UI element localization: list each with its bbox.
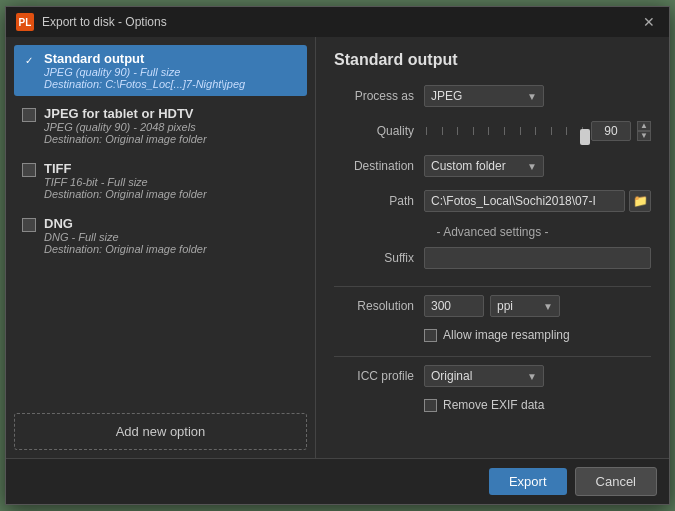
content-area: Standard output JPEG (quality 90) - Full…	[6, 37, 669, 458]
right-panel-title: Standard output	[334, 51, 651, 69]
left-panel: Standard output JPEG (quality 90) - Full…	[6, 37, 316, 458]
resolution-label: Resolution	[334, 299, 424, 313]
app-icon: PL	[16, 13, 34, 31]
option-detail2-standard-output: Destination: C:\Fotos_Loc[...]7-Night\jp…	[44, 78, 245, 90]
option-name-tiff: TIFF	[44, 161, 207, 176]
option-item-standard-output[interactable]: Standard output JPEG (quality 90) - Full…	[14, 45, 307, 96]
quality-decrement-button[interactable]: ▼	[637, 131, 651, 141]
icc-profile-select[interactable]: Original ▼	[424, 365, 544, 387]
quality-slider-thumb[interactable]	[580, 129, 590, 145]
suffix-label: Suffix	[334, 251, 424, 265]
divider-2	[334, 356, 651, 357]
suffix-input[interactable]	[424, 247, 651, 269]
checkbox-dng[interactable]	[22, 218, 36, 232]
option-detail1-dng: DNG - Full size	[44, 231, 207, 243]
quality-label: Quality	[334, 124, 424, 138]
right-panel: Standard output Process as JPEG ▼ Qualit…	[316, 37, 669, 458]
checkbox-jpeg-tablet[interactable]	[22, 108, 36, 122]
resolution-row: Resolution ppi ▼	[334, 293, 651, 319]
path-label: Path	[334, 194, 424, 208]
suffix-row: Suffix	[334, 245, 651, 271]
destination-row: Destination Custom folder ▼	[334, 153, 651, 179]
footer: Export Cancel	[6, 458, 669, 504]
titlebar-left: PL Export to disk - Options	[16, 13, 167, 31]
dialog: PL Export to disk - Options ✕ Standard o…	[5, 6, 670, 505]
close-button[interactable]: ✕	[639, 12, 659, 32]
option-item-jpeg-tablet[interactable]: JPEG for tablet or HDTV JPEG (quality 90…	[14, 100, 307, 151]
divider-1	[334, 286, 651, 287]
option-detail1-standard-output: JPEG (quality 90) - Full size	[44, 66, 245, 78]
destination-label: Destination	[334, 159, 424, 173]
browse-folder-button[interactable]: 📁	[629, 190, 651, 212]
option-detail1-jpeg-tablet: JPEG (quality 90) - 2048 pixels	[44, 121, 207, 133]
remove-exif-label: Remove EXIF data	[443, 398, 544, 412]
quality-increment-button[interactable]: ▲	[637, 121, 651, 131]
process-as-label: Process as	[334, 89, 424, 103]
export-button[interactable]: Export	[489, 468, 567, 495]
icc-profile-row: ICC profile Original ▼	[334, 363, 651, 389]
add-option-button[interactable]: Add new option	[14, 413, 307, 450]
process-as-select[interactable]: JPEG ▼	[424, 85, 544, 107]
icc-profile-label: ICC profile	[334, 369, 424, 383]
titlebar: PL Export to disk - Options ✕	[6, 7, 669, 37]
quality-row: Quality	[334, 118, 651, 144]
checkbox-tiff[interactable]	[22, 163, 36, 177]
destination-arrow-icon: ▼	[527, 161, 537, 172]
quality-slider[interactable]	[424, 127, 585, 135]
option-detail1-tiff: TIFF 16-bit - Full size	[44, 176, 207, 188]
process-as-row: Process as JPEG ▼	[334, 83, 651, 109]
allow-resampling-label: Allow image resampling	[443, 328, 570, 342]
allow-resampling-row[interactable]: Allow image resampling	[424, 328, 651, 342]
advanced-settings-link[interactable]: - Advanced settings -	[334, 225, 651, 239]
quality-input[interactable]	[591, 121, 631, 141]
path-row: Path C:\Fotos_Local\Sochi2018\07-I 📁	[334, 188, 651, 214]
destination-select[interactable]: Custom folder ▼	[424, 155, 544, 177]
option-detail2-dng: Destination: Original image folder	[44, 243, 207, 255]
icc-profile-arrow-icon: ▼	[527, 371, 537, 382]
option-detail2-tiff: Destination: Original image folder	[44, 188, 207, 200]
cancel-button[interactable]: Cancel	[575, 467, 657, 496]
resolution-unit-select[interactable]: ppi ▼	[490, 295, 560, 317]
path-display: C:\Fotos_Local\Sochi2018\07-I	[424, 190, 625, 212]
process-as-arrow-icon: ▼	[527, 91, 537, 102]
resolution-input[interactable]	[424, 295, 484, 317]
remove-exif-row[interactable]: Remove EXIF data	[424, 398, 651, 412]
option-item-tiff[interactable]: TIFF TIFF 16-bit - Full size Destination…	[14, 155, 307, 206]
option-name-standard-output: Standard output	[44, 51, 245, 66]
option-detail2-jpeg-tablet: Destination: Original image folder	[44, 133, 207, 145]
option-item-dng[interactable]: DNG DNG - Full size Destination: Origina…	[14, 210, 307, 261]
dialog-title: Export to disk - Options	[42, 15, 167, 29]
checkbox-standard-output[interactable]	[22, 53, 36, 67]
resolution-unit-arrow-icon: ▼	[543, 301, 553, 312]
remove-exif-checkbox[interactable]	[424, 399, 437, 412]
allow-resampling-checkbox[interactable]	[424, 329, 437, 342]
option-name-dng: DNG	[44, 216, 207, 231]
option-name-jpeg-tablet: JPEG for tablet or HDTV	[44, 106, 207, 121]
